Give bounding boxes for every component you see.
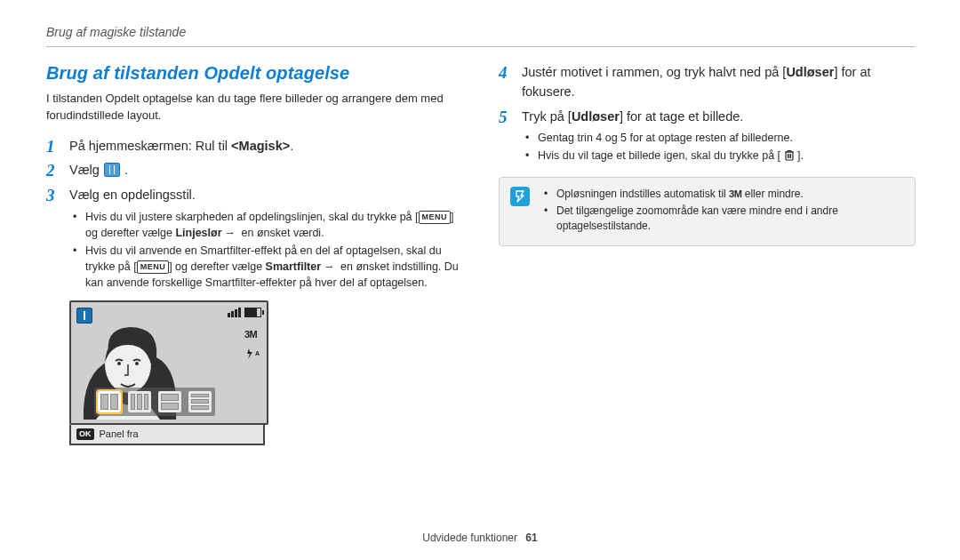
step-5-bullets: Gentag trin 4 og 5 for at optage resten … bbox=[522, 130, 916, 164]
intro-text: I tilstanden Opdelt optagelse kan du tag… bbox=[46, 91, 463, 124]
battery-icon bbox=[244, 308, 261, 317]
status-icons bbox=[228, 308, 261, 317]
svg-point-2 bbox=[135, 362, 139, 365]
camera-preview: 3M A bbox=[69, 300, 265, 445]
camera-screen: 3M A bbox=[69, 300, 268, 425]
layout-option-2h[interactable] bbox=[158, 391, 181, 412]
step-5-bullet-1: Gentag trin 4 og 5 for at optage resten … bbox=[525, 130, 916, 146]
page-title: Brug af tilstanden Opdelt optagelse bbox=[46, 63, 463, 84]
step-5-bullet-2: Hvis du vil tage et billede igen, skal d… bbox=[525, 148, 916, 164]
layout-options bbox=[94, 388, 215, 416]
manual-page: Brug af magiske tilstande Brug af tilsta… bbox=[0, 0, 960, 560]
step-1: På hjemmeskærmen: Rul til <Magisk>. bbox=[46, 137, 463, 156]
layout-option-2v[interactable] bbox=[98, 391, 121, 412]
step-3-bullet-2: Hvis du vil anvende en Smartfilter-effek… bbox=[73, 243, 463, 291]
step-3: Vælg en opdelingsstil. Hvis du vil juste… bbox=[46, 186, 463, 291]
right-column: Justér motivet i rammen, og tryk halvt n… bbox=[499, 63, 916, 445]
page-footer: Udvidede funktioner 61 bbox=[0, 532, 960, 544]
info-bullet-1: Opløsningen indstilles automatisk til 3M… bbox=[544, 187, 904, 202]
steps-list-left: På hjemmeskærmen: Rul til <Magisk>. Vælg… bbox=[46, 137, 463, 292]
camera-caption-bar: OK Panel fra bbox=[69, 425, 265, 445]
menu-icon: MENU bbox=[137, 260, 170, 274]
step-3-bullets: Hvis du vil justere skarpheden af opdeli… bbox=[69, 209, 463, 292]
step-2-post: . bbox=[124, 163, 128, 177]
trash-icon bbox=[784, 149, 795, 161]
menu-icon: MENU bbox=[419, 211, 452, 224]
step-2-pre: Vælg bbox=[69, 163, 103, 177]
left-column: Brug af tilstanden Opdelt optagelse I ti… bbox=[46, 63, 463, 445]
resolution-indicator-inline: 3M bbox=[729, 188, 741, 199]
divider bbox=[46, 46, 916, 47]
arrow-icon: → bbox=[321, 260, 338, 273]
svg-point-1 bbox=[117, 362, 121, 365]
section-tag: Brug af magiske tilstande bbox=[46, 25, 916, 39]
flash-indicator: A bbox=[244, 348, 260, 361]
page-number: 61 bbox=[525, 532, 537, 544]
steps-list-right: Justér motivet i rammen, og tryk halvt n… bbox=[499, 63, 916, 164]
ok-badge: OK bbox=[76, 428, 94, 440]
step-1-pre: På hjemmeskærmen: Rul til bbox=[69, 139, 231, 153]
arrow-icon: → bbox=[222, 227, 239, 239]
step-3-bullet-1: Hvis du vil justere skarpheden af opdeli… bbox=[73, 209, 463, 241]
step-2: Vælg . bbox=[46, 161, 463, 180]
indicator-stack: 3M A bbox=[244, 329, 260, 361]
step-4: Justér motivet i rammen, og tryk halvt n… bbox=[499, 63, 916, 102]
step-5: Tryk på [Udløser] for at tage et billede… bbox=[499, 108, 916, 164]
info-icon bbox=[510, 187, 530, 206]
resolution-indicator: 3M bbox=[244, 329, 260, 340]
info-bullets: Opløsningen indstilles automatisk til 3M… bbox=[540, 187, 904, 236]
split-layout-icon bbox=[104, 163, 120, 177]
step-1-post: . bbox=[290, 139, 293, 153]
layout-option-3v[interactable] bbox=[128, 391, 151, 412]
layout-option-3h[interactable] bbox=[188, 391, 212, 412]
step-1-bold: <Magisk> bbox=[231, 139, 290, 153]
footer-label: Udvidede funktioner bbox=[422, 532, 517, 544]
info-bullet-2: Det tilgængelige zoomområde kan være min… bbox=[544, 204, 904, 235]
signal-icon bbox=[228, 308, 241, 317]
step-3-text: Vælg en opdelingsstil. bbox=[69, 188, 196, 202]
panel-caption: Panel fra bbox=[100, 428, 139, 439]
two-column-layout: Brug af tilstanden Opdelt optagelse I ti… bbox=[46, 63, 916, 445]
flash-icon bbox=[244, 348, 255, 359]
info-box: Opløsningen indstilles automatisk til 3M… bbox=[499, 177, 916, 246]
